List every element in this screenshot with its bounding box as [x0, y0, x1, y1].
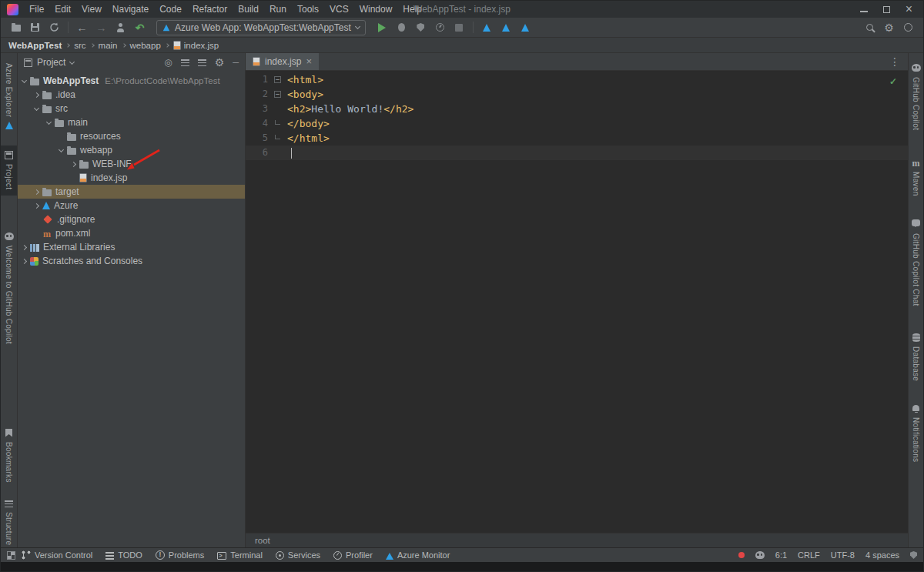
statusbar-tool-profiler[interactable]: Profiler — [333, 550, 373, 560]
minimize-icon[interactable] — [860, 11, 868, 12]
close-icon[interactable] — [906, 4, 912, 15]
tree-item-index-jsp[interactable]: index.jsp — [18, 171, 245, 185]
tree-item-webapptest[interactable]: WebAppTestE:\ProductCode\WebAppTest — [18, 74, 245, 88]
statusbar-tool-services[interactable]: Services — [276, 550, 320, 560]
stop-button[interactable] — [450, 19, 468, 35]
line-number[interactable]: 2 — [246, 87, 272, 102]
menu-run[interactable]: Run — [264, 2, 292, 17]
line-number[interactable]: 1 — [246, 72, 272, 87]
profiler-button[interactable] — [431, 19, 449, 35]
code-line-1[interactable]: 1<html> — [246, 72, 908, 87]
azure-web-app-button[interactable] — [478, 19, 496, 35]
inspections-shield-icon[interactable] — [910, 551, 917, 559]
back-button[interactable] — [73, 19, 91, 35]
collapse-all-icon[interactable] — [198, 59, 206, 66]
breadcrumb-item-main[interactable]: main — [99, 41, 118, 50]
copilot-status-icon[interactable] — [755, 551, 765, 559]
menu-navigate[interactable]: Navigate — [107, 2, 154, 17]
tree-item-idea[interactable]: .idea — [18, 88, 245, 102]
maximize-icon[interactable] — [883, 6, 890, 13]
tree-item-web-inf[interactable]: WEB-INF — [18, 157, 245, 171]
tree-item-resources[interactable]: resources — [18, 129, 245, 143]
locate-file-icon[interactable] — [164, 57, 172, 68]
stripe-item-database[interactable]: Database — [909, 328, 923, 386]
stripe-item-github-copilot-chat[interactable]: GitHub Copilot Chat — [909, 214, 923, 312]
chevron-down-icon[interactable] — [46, 119, 52, 124]
fold-end-icon[interactable] — [275, 135, 280, 139]
code-line-4[interactable]: 4</body> — [246, 116, 908, 131]
fold-gutter[interactable] — [272, 122, 283, 125]
code-line-2[interactable]: 2<body> — [246, 87, 908, 102]
chevron-right-icon[interactable] — [34, 189, 39, 194]
breadcrumb-item-webapp[interactable]: webapp — [130, 41, 161, 50]
tree-item-target[interactable]: target — [18, 185, 245, 199]
menu-build[interactable]: Build — [233, 2, 264, 17]
tree-item-gitignore[interactable]: .gitignore — [18, 212, 245, 226]
inspection-check-icon[interactable]: ✓ — [889, 75, 897, 89]
chevron-down-icon[interactable] — [34, 105, 39, 110]
chevron-right-icon[interactable] — [34, 202, 39, 208]
statusbar-tool-problems[interactable]: Problems — [156, 550, 204, 560]
line-number[interactable]: 3 — [246, 102, 272, 116]
settings-button[interactable] — [880, 19, 898, 35]
chevron-down-icon[interactable] — [22, 77, 27, 82]
fold-gutter[interactable] — [272, 91, 283, 98]
chevron-right-icon[interactable] — [34, 92, 39, 97]
run-config-select[interactable]: Azure Web App: WebAppTest:WebAppTest — [156, 20, 366, 35]
stripe-item-maven[interactable]: Maven — [909, 152, 923, 202]
fold-end-icon[interactable] — [275, 120, 280, 125]
tree-item-azure[interactable]: Azure — [18, 199, 245, 212]
tree-item-scratches-and-consoles[interactable]: Scratches and Consoles — [18, 254, 245, 268]
expand-all-icon[interactable] — [181, 59, 189, 66]
menu-refactor[interactable]: Refactor — [187, 2, 233, 17]
breadcrumb-item-src[interactable]: src — [74, 41, 85, 50]
chevron-down-icon[interactable] — [59, 146, 64, 152]
profile-button[interactable] — [112, 19, 129, 35]
line-number[interactable]: 6 — [246, 146, 272, 160]
fold-gutter[interactable] — [272, 137, 283, 139]
chevron-right-icon[interactable] — [22, 244, 27, 249]
tab-index-jsp[interactable]: index.jsp — [246, 53, 319, 70]
fold-collapse-icon[interactable] — [274, 91, 281, 98]
menu-vcs[interactable]: VCS — [324, 2, 354, 17]
stripe-item-welcome-to-github-copilot[interactable]: Welcome to GitHub Copilot — [1, 226, 17, 350]
azure-explorer-button[interactable] — [517, 19, 534, 35]
run-button[interactable] — [373, 19, 391, 35]
fold-collapse-icon[interactable] — [274, 76, 281, 83]
stripe-item-notifications[interactable]: Notifications — [909, 400, 923, 467]
caret-position[interactable]: 6:1 — [775, 550, 787, 560]
sync-button[interactable] — [45, 19, 63, 35]
search-everywhere-button[interactable] — [861, 19, 879, 35]
stripe-item-structure[interactable]: Structure — [1, 495, 17, 550]
rollback-button[interactable] — [131, 19, 149, 35]
hide-panel-icon[interactable] — [233, 57, 239, 68]
file-encoding[interactable]: UTF-8 — [831, 550, 855, 560]
tree-item-external-libraries[interactable]: External Libraries — [18, 240, 245, 254]
tree-item-webapp[interactable]: webapp — [18, 143, 245, 157]
tool-window-switcher-icon[interactable] — [7, 551, 15, 560]
open-button[interactable] — [7, 19, 25, 35]
tab-list-menu-icon[interactable] — [882, 53, 908, 70]
line-number[interactable]: 4 — [246, 116, 272, 131]
statusbar-tool-terminal[interactable]: Terminal — [217, 550, 263, 560]
panel-options-gear-icon[interactable] — [215, 56, 225, 69]
code-line-6[interactable]: 6 — [246, 146, 908, 160]
indent-style[interactable]: 4 spaces — [865, 550, 899, 560]
code-line-3[interactable]: 3<h2>Hello World!</h2> — [246, 102, 908, 116]
forward-button[interactable] — [92, 19, 110, 35]
save-all-button[interactable] — [26, 19, 44, 35]
menu-window[interactable]: Window — [354, 2, 398, 17]
menu-file[interactable]: File — [24, 2, 49, 17]
editor-breadcrumb-root[interactable]: root — [255, 536, 270, 545]
chevron-right-icon[interactable] — [22, 258, 27, 263]
breadcrumb-item-index-jsp[interactable]: index.jsp — [173, 41, 219, 50]
debug-button[interactable] — [393, 19, 410, 35]
tree-item-src[interactable]: src — [18, 102, 245, 115]
breadcrumb-item-webapptest[interactable]: WebAppTest — [8, 41, 62, 50]
project-panel-title[interactable]: Project — [37, 57, 65, 68]
line-separator[interactable]: CRLF — [798, 550, 820, 560]
statusbar-tool-azure-monitor[interactable]: Azure Monitor — [386, 550, 450, 560]
chevron-down-icon[interactable] — [69, 59, 75, 64]
fold-gutter[interactable] — [272, 76, 283, 83]
stripe-item-github-copilot[interactable]: GitHub Copilot — [909, 58, 923, 135]
